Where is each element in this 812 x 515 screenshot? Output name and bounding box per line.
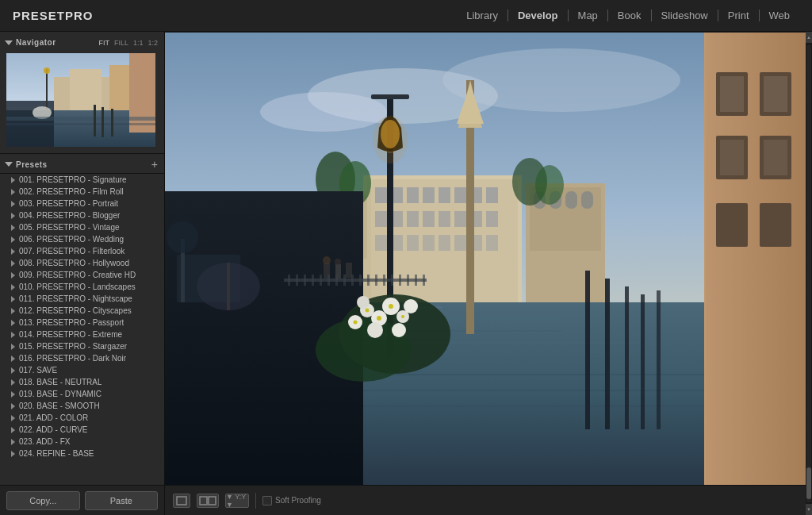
preset-item[interactable]: 002. PRESETPRO - Film Roll bbox=[0, 186, 164, 198]
soft-proofing-label: Soft Proofing bbox=[275, 496, 321, 505]
preset-item[interactable]: 009. PRESETPRO - Creative HD bbox=[0, 269, 164, 281]
preset-item[interactable]: 024. REFINE - BASE bbox=[0, 448, 164, 459]
svg-rect-136 bbox=[359, 275, 362, 286]
preset-label: 010. PRESETPRO - Landscapes bbox=[19, 282, 136, 291]
svg-point-119 bbox=[401, 315, 404, 318]
svg-rect-145 bbox=[177, 497, 186, 505]
svg-rect-139 bbox=[383, 275, 385, 286]
preset-item[interactable]: 019. BASE - DYNAMIC bbox=[0, 388, 164, 400]
toolbar-separator bbox=[255, 493, 256, 509]
copy-button[interactable]: Copy... bbox=[6, 491, 80, 510]
preset-label: 009. PRESETPRO - Creative HD bbox=[19, 271, 136, 279]
preset-item[interactable]: 012. PRESETPRO - Cityscapes bbox=[0, 305, 164, 317]
svg-rect-28 bbox=[486, 187, 498, 203]
preset-label: 024. REFINE - BASE bbox=[19, 449, 94, 458]
preset-item[interactable]: 022. ADD - CURVE bbox=[0, 424, 164, 436]
svg-rect-41 bbox=[439, 235, 450, 251]
scroll-track[interactable] bbox=[806, 44, 811, 502]
view-icon-2[interactable] bbox=[197, 494, 219, 508]
presets-title: Presets bbox=[16, 160, 151, 169]
preset-item[interactable]: 017. SAVE bbox=[0, 364, 164, 376]
bottom-toolbar: ▼ Y:Y ▼ Soft Proofing bbox=[165, 485, 806, 515]
svg-rect-131 bbox=[320, 275, 322, 286]
svg-rect-32 bbox=[423, 211, 435, 227]
preset-triangle bbox=[11, 379, 15, 386]
nav-item-print[interactable]: Print bbox=[718, 10, 760, 21]
nav-fill[interactable]: FILL bbox=[114, 39, 128, 47]
app-logo: PRESETPRO bbox=[13, 9, 94, 22]
left-panel-bottom: Copy... Paste bbox=[0, 485, 164, 515]
preset-item[interactable]: 014. PRESETPRO - Extreme bbox=[0, 329, 164, 340]
nav-item-web[interactable]: Web bbox=[760, 10, 800, 21]
top-nav: LibraryDevelopMapBookSlideshowPrintWeb bbox=[457, 10, 799, 21]
preset-item[interactable]: 016. PRESETPRO - Dark Noir bbox=[0, 352, 164, 364]
preset-item[interactable]: 015. PRESETPRO - Stargazer bbox=[0, 340, 164, 352]
nav-fit[interactable]: FIT bbox=[98, 39, 109, 47]
soft-proofing-checkbox[interactable] bbox=[262, 496, 272, 505]
preset-triangle bbox=[11, 320, 15, 326]
nav-item-book[interactable]: Book bbox=[608, 10, 652, 21]
view-icon-3[interactable]: ▼ Y:Y ▼ bbox=[225, 494, 249, 508]
navigator-header[interactable]: Navigator FIT FILL 1:1 1:2 bbox=[0, 37, 164, 50]
svg-rect-34 bbox=[454, 211, 466, 227]
preset-label: 002. PRESETPRO - Film Roll bbox=[19, 187, 124, 196]
nav-item-map[interactable]: Map bbox=[569, 10, 608, 21]
svg-rect-88 bbox=[764, 140, 787, 175]
nav-item-develop[interactable]: Develop bbox=[508, 10, 569, 21]
preset-item[interactable]: 005. PRESETPRO - Vintage bbox=[0, 221, 164, 233]
preset-triangle bbox=[11, 213, 15, 219]
preset-triangle bbox=[11, 403, 15, 409]
preset-triangle bbox=[11, 225, 15, 231]
svg-rect-6 bbox=[46, 69, 48, 113]
preset-item[interactable]: 021. ADD - COLOR bbox=[0, 412, 164, 424]
right-scrollbar[interactable]: ▲ ▼ bbox=[806, 32, 812, 515]
navigator-thumbnail bbox=[6, 53, 155, 147]
preset-label: 007. PRESETPRO - Filterlook bbox=[19, 247, 124, 256]
preset-label: 012. PRESETPRO - Cityscapes bbox=[19, 306, 132, 315]
preset-triangle bbox=[11, 248, 15, 255]
svg-rect-133 bbox=[335, 275, 338, 286]
presets-triangle bbox=[5, 162, 13, 167]
nav-item-library[interactable]: Library bbox=[457, 10, 508, 21]
svg-rect-42 bbox=[454, 235, 466, 251]
svg-point-113 bbox=[392, 323, 406, 337]
nav-item-slideshow[interactable]: Slideshow bbox=[652, 10, 718, 21]
presets-list[interactable]: 001. PRESETPRO - Signature002. PRESETPRO… bbox=[0, 174, 164, 485]
scroll-up-button[interactable]: ▲ bbox=[806, 32, 812, 43]
preset-item[interactable]: 007. PRESETPRO - Filterlook bbox=[0, 245, 164, 257]
paste-button[interactable]: Paste bbox=[85, 491, 159, 510]
preset-item[interactable]: 003. PRESETPRO - Portrait bbox=[0, 198, 164, 209]
svg-rect-142 bbox=[407, 275, 409, 286]
svg-point-120 bbox=[354, 320, 358, 324]
preset-item[interactable]: 006. PRESETPRO - Wedding bbox=[0, 233, 164, 245]
soft-proofing-toggle[interactable]: Soft Proofing bbox=[262, 496, 321, 505]
preset-item[interactable]: 001. PRESETPRO - Signature bbox=[0, 174, 164, 186]
svg-rect-137 bbox=[367, 275, 370, 286]
svg-point-64 bbox=[535, 165, 564, 205]
svg-rect-98 bbox=[371, 94, 409, 99]
preset-item[interactable]: 008. PRESETPRO - Hollywood bbox=[0, 257, 164, 269]
preset-item[interactable]: 013. PRESETPRO - Passport bbox=[0, 317, 164, 329]
nav-1to2[interactable]: 1:2 bbox=[147, 39, 158, 47]
preset-item[interactable]: 018. BASE - NEUTRAL bbox=[0, 376, 164, 388]
svg-rect-74 bbox=[585, 271, 590, 429]
scroll-down-button[interactable]: ▼ bbox=[806, 504, 812, 515]
preset-triangle bbox=[11, 356, 15, 362]
preset-label: 023. ADD - FX bbox=[19, 437, 70, 446]
view-icon-1[interactable] bbox=[173, 494, 190, 508]
scroll-thumb[interactable] bbox=[806, 467, 811, 499]
preset-label: 015. PRESETPRO - Stargazer bbox=[19, 342, 127, 351]
preset-triangle bbox=[11, 236, 15, 243]
preset-item[interactable]: 023. ADD - FX bbox=[0, 436, 164, 448]
presets-header[interactable]: Presets + bbox=[0, 154, 164, 174]
preset-item[interactable]: 010. PRESETPRO - Landscapes bbox=[0, 281, 164, 293]
preset-triangle bbox=[11, 415, 15, 421]
preset-item[interactable]: 004. PRESETPRO - Blogger bbox=[0, 209, 164, 221]
nav-1to1[interactable]: 1:1 bbox=[133, 39, 144, 47]
preset-item[interactable]: 011. PRESETPRO - Nightscape bbox=[0, 293, 164, 305]
svg-rect-14 bbox=[111, 109, 113, 136]
preset-item[interactable]: 020. BASE - SMOOTH bbox=[0, 400, 164, 412]
svg-point-101 bbox=[381, 120, 400, 148]
svg-rect-25 bbox=[439, 187, 450, 203]
presets-add-button[interactable]: + bbox=[151, 159, 158, 170]
